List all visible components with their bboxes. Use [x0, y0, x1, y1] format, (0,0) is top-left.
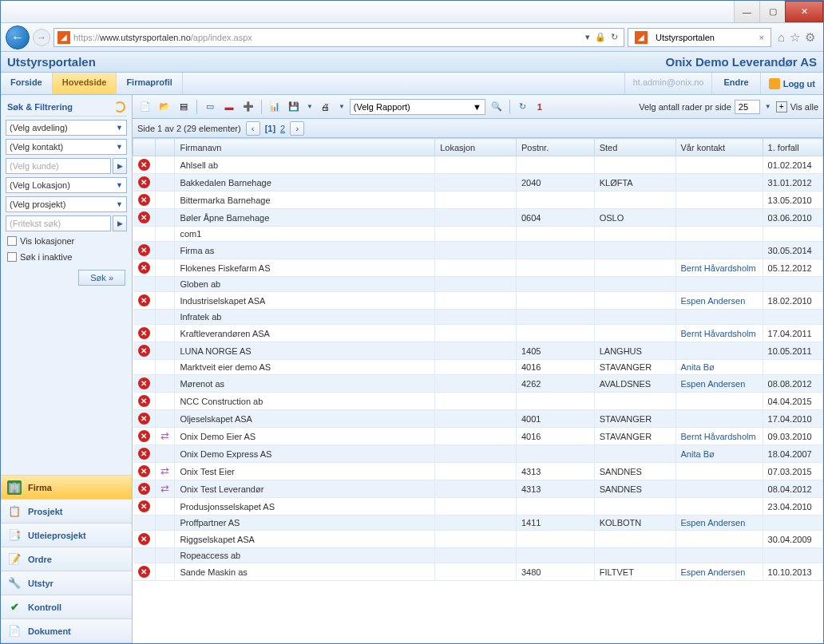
pager-next[interactable]: › [290, 121, 304, 136]
nav-item-kontroll[interactable]: ✔Kontroll [1, 595, 132, 619]
nav-item-utstyr[interactable]: 🔧Utstyr [1, 571, 132, 595]
tb-card-icon[interactable]: ▭ [202, 99, 218, 115]
delete-icon[interactable]: ✕ [138, 413, 150, 425]
chk-sok-inaktive[interactable]: Søk i inaktive [6, 251, 127, 263]
tb-add-icon[interactable]: ➕ [240, 99, 256, 115]
delete-icon[interactable]: ✕ [138, 262, 150, 274]
col-header-sted[interactable]: Sted [594, 139, 675, 156]
refresh-icon[interactable]: ↻ [608, 32, 620, 42]
delete-icon[interactable]: ✕ [138, 294, 150, 306]
nav-item-ordre[interactable]: 📝Ordre [1, 547, 132, 571]
col-header-lokasjon[interactable]: Lokasjon [435, 139, 517, 156]
browser-tab[interactable]: ◢ Utstyrsportalen × [628, 28, 771, 47]
contact-link[interactable]: Espen Andersen [681, 379, 746, 389]
address-bar[interactable]: ◢ https://www.utstyrsportalen.no/app/ind… [53, 28, 624, 47]
filter-kunde-expand[interactable]: ▶ [113, 158, 127, 174]
filter-lokasjon[interactable]: (Velg Lokasjon)▼ [6, 177, 127, 193]
tb-new-icon[interactable]: 📄 [137, 99, 153, 115]
vis-alle-label[interactable]: Vis alle [790, 102, 818, 112]
table-row[interactable]: Marktveit eier demo AS4016STAVANGERAnita… [133, 360, 823, 375]
search-button[interactable]: Søk » [78, 270, 125, 286]
rows-caret[interactable]: ▼ [763, 103, 773, 110]
close-button[interactable]: ✕ [785, 1, 823, 22]
table-row[interactable]: Proffpartner AS1411KOLBOTNEspen Andersen [133, 516, 823, 531]
delete-icon[interactable]: ✕ [138, 159, 150, 171]
delete-icon[interactable]: ✕ [138, 327, 150, 339]
contact-link[interactable]: Anita Bø [681, 362, 715, 372]
col-header-icon[interactable] [155, 139, 174, 156]
delete-icon[interactable]: ✕ [138, 377, 150, 389]
contact-link[interactable]: Espen Andersen [681, 518, 746, 527]
report-select[interactable]: (Velg Rapport)▼ [350, 99, 485, 115]
maximize-button[interactable]: ▢ [759, 1, 785, 22]
contact-link[interactable]: Bernt Håvardsholm [681, 263, 756, 273]
expand-all-icon[interactable]: + [776, 101, 787, 113]
table-row[interactable]: ✕Produsjonsselskapet AS23.04.2010 [133, 498, 823, 516]
table-row[interactable]: ✕Onix Demo Express ASAnita Bø18.04.2007 [133, 445, 823, 463]
contact-link[interactable]: Bernt Håvardsholm [681, 432, 756, 441]
tb-save-caret[interactable]: ▼ [305, 103, 315, 110]
menu-forside[interactable]: Forside [1, 73, 53, 94]
endre-button[interactable]: Endre [711, 73, 759, 94]
table-row[interactable]: ✕Riggselskapet ASA30.04.2009 [133, 531, 823, 548]
tb-open-icon[interactable]: 📂 [156, 99, 172, 115]
table-row[interactable]: ✕LUNA NORGE AS1405LANGHUS10.05.2011 [133, 342, 823, 360]
col-header-postnr[interactable]: Postnr. [516, 139, 594, 156]
table-row[interactable]: ✕Ahlsell ab01.02.2014 [133, 156, 823, 174]
table-row[interactable]: ✕NCC Construction ab04.04.2015 [133, 393, 823, 410]
table-row[interactable]: ✕⇄Onix Test Leverandør4313SANDNES08.04.2… [133, 480, 823, 498]
table-row[interactable]: ✕Flokenes Fiskefarm ASBernt Håvardsholm0… [133, 259, 823, 277]
delete-icon[interactable]: ✕ [138, 345, 150, 357]
tb-list-icon[interactable]: ▤ [176, 99, 192, 115]
table-row[interactable]: Globen ab [133, 277, 823, 292]
filter-fritekst-expand[interactable]: ▶ [113, 215, 127, 231]
table-row[interactable]: com1 [133, 227, 823, 242]
menu-hovedside[interactable]: Hovedside [53, 73, 117, 94]
tb-save-icon[interactable]: 💾 [286, 99, 302, 115]
nav-item-dokument[interactable]: 📄Dokument [1, 619, 132, 643]
tb-refresh-icon[interactable]: ↻ [515, 99, 531, 115]
delete-icon[interactable]: ✕ [138, 395, 150, 407]
delete-icon[interactable]: ✕ [138, 448, 150, 460]
filter-kontakt[interactable]: (Velg kontakt)▼ [6, 139, 127, 155]
pager-page-2[interactable]: 2 [280, 124, 285, 133]
filter-avdeling[interactable]: (Velg avdeling)▼ [6, 120, 127, 136]
contact-link[interactable]: Espen Andersen [681, 567, 746, 577]
table-row[interactable]: ✕Bakkedalen Barnehage2040KLØFTA31.01.201… [133, 174, 823, 192]
col-header-forfall[interactable]: 1. forfall [763, 139, 822, 156]
delete-icon[interactable]: ✕ [138, 566, 150, 578]
table-row[interactable]: ✕Mørenot as4262AVALDSNESEspen Andersen08… [133, 375, 823, 393]
minimize-button[interactable]: — [734, 1, 759, 22]
favorites-icon[interactable]: ☆ [790, 30, 800, 45]
delete-icon[interactable]: ✕ [138, 430, 150, 442]
logout-button[interactable]: Logg ut [760, 73, 823, 94]
delete-icon[interactable]: ✕ [138, 500, 150, 512]
delete-icon[interactable]: ✕ [138, 244, 150, 256]
nav-forward-button[interactable]: → [33, 29, 50, 46]
table-row[interactable]: ✕Bittermarka Barnehage13.05.2010 [133, 192, 823, 209]
nav-item-firma[interactable]: 🏢Firma [1, 476, 132, 500]
col-header-firmanavn[interactable]: Firmanavn [175, 139, 435, 156]
contact-link[interactable]: Bernt Håvardsholm [681, 329, 756, 338]
delete-icon[interactable]: ✕ [138, 211, 150, 223]
table-row[interactable]: ✕Bøler Åpne Barnehage0604OSLO03.06.2010 [133, 209, 823, 227]
tb-print-caret[interactable]: ▼ [337, 103, 347, 110]
table-row[interactable]: Infratek ab [133, 310, 823, 325]
tb-print-icon[interactable]: 🖨 [318, 99, 334, 115]
col-header-kontakt[interactable]: Vår kontakt [675, 139, 763, 156]
contact-link[interactable]: Anita Bø [681, 449, 715, 459]
col-header-delete[interactable] [133, 139, 156, 156]
tb-remove-icon[interactable]: ▬ [221, 99, 237, 115]
filter-kunde[interactable]: (Velg kunde) [6, 158, 111, 174]
delete-icon[interactable]: ✕ [138, 194, 150, 206]
table-row[interactable]: Ropeaccess ab [133, 548, 823, 563]
filter-prosjekt[interactable]: (Velg prosjekt)▼ [6, 196, 127, 212]
table-row[interactable]: ✕Industriselskapet ASAEspen Andersen18.0… [133, 292, 823, 310]
rows-per-page-input[interactable]: 25 [735, 100, 760, 114]
table-row[interactable]: ✕Kraftleverandøren ASABernt Håvardsholm1… [133, 325, 823, 342]
reset-filter-icon[interactable] [114, 101, 125, 113]
filter-fritekst[interactable]: (Fritekst søk) [6, 215, 111, 231]
table-row[interactable]: ✕⇄Onix Test Eier4313SANDNES07.03.2015 [133, 463, 823, 480]
nav-item-prosjekt[interactable]: 📋Prosjekt [1, 500, 132, 523]
tab-close-icon[interactable]: × [759, 33, 764, 42]
